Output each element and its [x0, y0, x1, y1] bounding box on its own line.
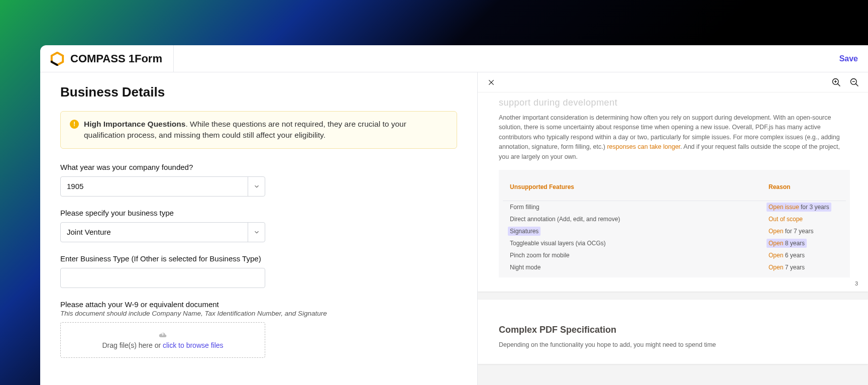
table-cell-feature: Night mode: [510, 264, 758, 271]
business-type-select[interactable]: Joint Venture: [60, 222, 265, 242]
table-cell-reason: Open 6 years: [769, 252, 839, 259]
business-type-other-label: Enter Business Type (If Other is selecte…: [60, 254, 457, 263]
chevron-down-icon: [248, 223, 265, 242]
app-body: Business Details ! High Importance Quest…: [40, 72, 868, 385]
dropzone-text-prefix: Drag file(s) here or: [102, 341, 163, 349]
table-cell-reason: Out of scope: [769, 216, 839, 223]
table-header-reason: Reason: [769, 183, 839, 190]
table-cell-feature: Pinch zoom for mobile: [510, 252, 758, 259]
chevron-down-icon: [248, 177, 265, 196]
viewer-scroll-area[interactable]: support during development Another impor…: [478, 92, 868, 385]
table-row: Toggleable visual layers (via OCGs)Open …: [503, 237, 846, 249]
business-type-other-input[interactable]: [60, 268, 265, 288]
svg-line-5: [838, 83, 840, 86]
field-year-founded: What year was your company founded? 1905: [60, 163, 457, 197]
year-founded-select[interactable]: 1905: [60, 176, 265, 197]
table-header-feature: Unsupported Features: [510, 183, 758, 190]
field-business-type-other: Enter Business Type (If Other is selecte…: [60, 254, 457, 288]
w9-help: This document should include Company Nam…: [60, 310, 457, 317]
app-title: COMPASS 1Form: [70, 52, 162, 65]
svg-line-9: [856, 83, 858, 86]
unsupported-features-table: Unsupported Features Reason Form filling…: [499, 170, 850, 277]
table-cell-reason: Open issue for 3 years: [769, 204, 839, 211]
doc-section-heading: Complex PDF Specification: [499, 325, 850, 335]
table-cell-feature: Toggleable visual layers (via OCGs): [510, 240, 758, 247]
field-w9: Please attach your W-9 or equivalent doc…: [60, 300, 457, 358]
year-founded-label: What year was your company founded?: [60, 163, 457, 171]
close-viewer-button[interactable]: [486, 77, 497, 88]
viewer-toolbar: [478, 72, 868, 92]
document-viewer-pane: support during development Another impor…: [477, 72, 868, 385]
doc-section-heading-ghost: support during development: [499, 98, 850, 108]
table-row: SignaturesOpen for 7 years: [503, 225, 846, 237]
table-row: Direct annotation (Add, edit, and remove…: [503, 213, 846, 225]
doc-page-3: support during development Another impor…: [478, 92, 868, 292]
app-logo-icon: [50, 52, 64, 66]
notice-text: High Importance Questions. While these q…: [84, 119, 448, 141]
header-divider: [173, 45, 174, 72]
business-type-label: Please specify your business type: [60, 209, 457, 217]
zoom-out-button[interactable]: [849, 77, 860, 88]
warning-icon: !: [70, 120, 79, 129]
page-title: Business Details: [60, 84, 457, 100]
form-pane: Business Details ! High Importance Quest…: [40, 72, 477, 385]
table-header-row: Unsupported Features Reason: [503, 174, 846, 201]
table-cell-feature: Form filling: [510, 204, 758, 211]
doc-paragraph-complex: Depending on the functionality you hope …: [499, 340, 850, 350]
browse-files-link[interactable]: click to browse files: [163, 341, 224, 349]
doc-page-4: Complex PDF Specification Depending on t…: [478, 300, 868, 364]
zoom-in-button[interactable]: [831, 77, 842, 88]
w9-dropzone[interactable]: Drag file(s) here or click to browse fil…: [60, 322, 265, 358]
high-importance-notice: ! High Importance Questions. While these…: [60, 111, 457, 149]
w9-label: Please attach your W-9 or equivalent doc…: [60, 300, 457, 309]
table-cell-reason: Open 7 years: [769, 264, 839, 271]
table-cell-feature: Signatures: [510, 228, 758, 235]
table-row: Night modeOpen 7 years: [503, 261, 846, 273]
notice-title: High Importance Questions: [84, 120, 185, 128]
business-type-value: Joint Venture: [61, 223, 248, 242]
table-cell-feature: Direct annotation (Add, edit, and remove…: [510, 216, 758, 223]
table-row: Pinch zoom for mobileOpen 6 years: [503, 249, 846, 261]
page-number: 3: [855, 280, 858, 286]
doc-inline-link[interactable]: responses can take longer: [607, 143, 680, 150]
table-cell-reason: Open for 7 years: [769, 228, 839, 235]
year-founded-value: 1905: [61, 177, 248, 196]
table-cell-reason: Open 8 years: [769, 240, 839, 247]
upload-icon: [66, 331, 260, 339]
table-row: Form fillingOpen issue for 3 years: [503, 201, 846, 213]
doc-paragraph-support: Another important consideration is deter…: [499, 113, 850, 162]
save-button[interactable]: Save: [839, 54, 858, 63]
field-business-type: Please specify your business type Joint …: [60, 209, 457, 242]
app-header: COMPASS 1Form Save: [40, 45, 868, 72]
app-window: COMPASS 1Form Save Business Details ! Hi…: [40, 45, 868, 385]
